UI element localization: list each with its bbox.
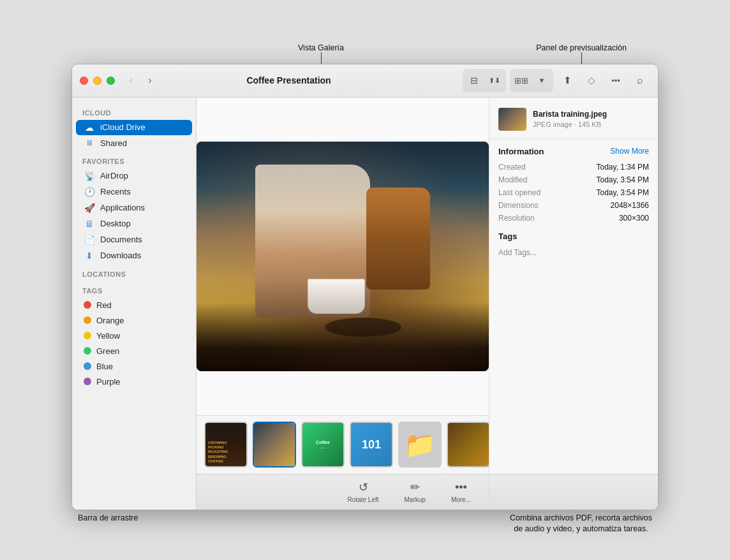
thumb-6-img [448,423,489,466]
bottom-annotations: Barra de arrastre Combina archivos PDF, … [71,513,659,535]
gallery-main [197,98,489,415]
created-label: Created [498,163,526,172]
tag-button[interactable]: ◇ [581,70,602,91]
markup-button[interactable]: ✏ Markup [399,478,431,506]
last-opened-label: Last opened [498,188,540,197]
view-arrows[interactable]: ⬆⬇ [484,70,505,91]
red-label: Red [96,300,112,310]
more-actions-button[interactable]: ••• More... [446,478,476,506]
vista-galeria-label: Vista Galería [298,43,344,52]
documents-icon: 📄 [84,235,95,245]
thumb-5[interactable]: 📁 [398,422,442,468]
markup-label: Markup [405,496,426,503]
icloud-section-header: iCloud [72,103,196,119]
list-view-btn[interactable]: ⊟ [464,70,484,91]
applications-icon: 🚀 [84,203,95,213]
orange-dot [84,316,91,324]
icloud-drive-label: iCloud Drive [100,122,145,132]
thumb-4-text: 101 [351,423,392,466]
view-toggle[interactable]: ⊟ ⬆⬇ [463,69,506,92]
more-label: More... [451,496,471,503]
sidebar-item-desktop[interactable]: 🖥 Desktop [76,216,192,232]
modified-label: Modified [498,175,527,184]
combina-archivos-label: Combina archivos PDF, recorta archivosde… [510,513,652,535]
sidebar-item-green[interactable]: Green [76,344,192,358]
more-icon: ••• [455,481,467,494]
barra-arrastre-label: Barra de arrastre [78,513,138,535]
info-row-last-opened: Last opened Today, 3:54 PM [498,188,649,197]
show-more-button[interactable]: Show More [610,147,649,156]
favorites-section-header: Favorites [72,151,196,168]
desktop-icon: 🖥 [84,219,95,229]
tags-title: Tags [498,232,649,241]
recents-label: Recents [100,187,131,196]
info-section-header: Information Show More [498,147,649,156]
sidebar-item-orange[interactable]: Orange [76,313,192,328]
sidebar-item-airdrop[interactable]: 📡 AirDrop [76,168,192,184]
thumb-1-text: GROWINGPICKINGROASTINGBREWINGCOFFEE [208,441,244,464]
preview-filename: Barista training.jpeg [533,110,649,120]
gallery-view-btn[interactable]: ⊞⊞ [511,70,532,91]
resolution-value: 300×300 [619,214,649,223]
add-tags-field[interactable]: Add Tags... [498,248,537,257]
thumb-3[interactable]: Coffee —— [301,422,345,468]
shared-label: Shared [100,138,127,148]
sidebar-item-yellow[interactable]: Yellow [76,328,192,343]
finder-window: ‹ › Coffee Presentation ⊟ ⬆⬇ ⊞⊞ ▼ ⬆ ◇ ••… [71,64,659,510]
sidebar: iCloud ☁ iCloud Drive 🖥 Shared Favorites… [72,98,197,510]
tags-section-header: Tags [72,281,196,297]
close-button[interactable] [80,77,88,85]
dimensions-value: 2048×1366 [611,201,649,210]
fullscreen-button[interactable] [107,77,115,85]
thumb-6[interactable] [447,422,489,468]
info-row-dimensions: Dimensions 2048×1366 [498,201,649,210]
more-options-button[interactable]: ••• [606,70,626,91]
green-dot [84,347,91,355]
downloads-label: Downloads [100,251,141,260]
minimize-button[interactable] [93,77,101,85]
search-button[interactable]: ⌕ [630,70,650,91]
thumbnail-strip: GROWINGPICKINGROASTINGBREWINGCOFFEE Coff… [197,415,489,474]
sidebar-item-red[interactable]: Red [76,298,192,313]
yellow-dot [84,332,91,339]
sidebar-item-blue[interactable]: Blue [76,359,192,374]
sidebar-item-purple[interactable]: Purple [76,374,192,389]
preview-panel-bottom [489,474,658,510]
downloads-icon: ⬇ [84,251,95,261]
gallery-view-arrow[interactable]: ▼ [532,70,552,91]
preview-body: Information Show More Created Today, 1:3… [489,139,658,474]
thumb-2[interactable] [253,422,296,468]
gallery-area: GROWINGPICKINGROASTINGBREWINGCOFFEE Coff… [197,98,489,510]
markup-icon: ✏ [410,480,420,494]
modified-value: Today, 3:54 PM [597,175,650,184]
gallery-view-toggle[interactable]: ⊞⊞ ▼ [510,69,553,92]
thumb-4[interactable]: 101 [350,422,393,468]
last-opened-value: Today, 3:54 PM [597,188,650,197]
info-title: Information [498,147,544,156]
preview-panel: Barista training.jpeg JPEG image · 145 K… [489,98,658,510]
resolution-label: Resolution [498,214,535,223]
rotate-left-button[interactable]: ↺ Rotate Left [343,478,384,506]
page-container: Vista Galería Panel de previsualización … [0,0,730,560]
preview-filetype: JPEG image · 145 KB [533,121,649,128]
rotate-left-icon: ↺ [359,480,368,494]
red-dot [84,301,91,309]
sidebar-item-downloads[interactable]: ⬇ Downloads [76,248,192,263]
share-button[interactable]: ⬆ [557,70,577,91]
top-annotations: Vista Galería Panel de previsualización [71,26,659,64]
sidebar-item-applications[interactable]: 🚀 Applications [76,200,192,216]
main-preview-image [197,142,489,371]
sidebar-item-shared[interactable]: 🖥 Shared [76,136,192,151]
sidebar-item-recents[interactable]: 🕐 Recents [76,184,192,200]
purple-label: Purple [96,377,121,387]
coffee-scene [197,142,489,371]
applications-label: Applications [100,203,145,212]
documents-label: Documents [100,235,142,244]
sidebar-item-icloud-drive[interactable]: ☁ iCloud Drive [76,120,192,135]
orange-label: Orange [96,316,124,325]
thumb-2-img [254,423,295,466]
rotate-left-label: Rotate Left [348,496,379,503]
sidebar-item-documents[interactable]: 📄 Documents [76,232,192,247]
window-title: Coffee Presentation [115,75,463,85]
thumb-1[interactable]: GROWINGPICKINGROASTINGBREWINGCOFFEE [204,422,248,468]
